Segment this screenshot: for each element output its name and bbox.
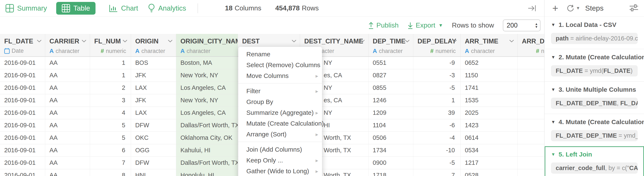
stepper-arrows-icon[interactable]: ▲▼ <box>535 23 538 28</box>
submenu-arrow-icon: ▸ <box>316 155 318 166</box>
cell-arr-time: 1217 <box>460 157 518 169</box>
cell-arr-delay <box>518 132 544 144</box>
column-name: CARRIER <box>50 38 86 45</box>
chevron-down-icon[interactable] <box>37 40 42 43</box>
chevron-down-icon[interactable] <box>509 40 514 43</box>
cell-origin: DFW <box>131 119 176 132</box>
chevron-down-icon[interactable] <box>82 40 86 43</box>
step-title: ▼1. Local Data - CSV <box>551 21 638 28</box>
cell-origin-city-name: Oklahoma City, OK <box>176 132 238 144</box>
column-header-dep-time[interactable]: DEP_TIMEAcharacter <box>368 34 413 56</box>
cell-fl-num: 7 <box>90 157 131 169</box>
step-2[interactable]: ▼2. Mutate (Create Calculation) (1)FL_DA… <box>545 49 644 81</box>
cell-origin-city-name: Los Angeles, CA <box>176 107 238 119</box>
column-header-origin-city-name[interactable]: ORIGIN_CITY_NAMEAcharacter <box>176 34 238 56</box>
numeric-type-icon: # <box>100 48 104 54</box>
menu-item-summarize-aggregate[interactable]: Summarize (Aggregate)▸ <box>238 107 322 118</box>
tab-chart[interactable]: Chart <box>109 2 138 15</box>
menu-item-rename[interactable]: Rename <box>238 49 322 59</box>
menu-item-keep-only[interactable]: Keep Only ...▸ <box>238 155 322 166</box>
column-header-arr-time[interactable]: ARR_TIMEAcharacter <box>460 34 518 56</box>
chevron-down-icon[interactable] <box>405 40 410 43</box>
tab-analytics[interactable]: Analytics <box>148 1 186 15</box>
caret-down-icon[interactable]: ▼ <box>551 22 556 27</box>
cell-arr-delay <box>518 169 544 176</box>
cell-carrier: AA <box>45 107 90 119</box>
submenu-arrow-icon: ▸ <box>316 107 318 118</box>
cell-origin: OGG <box>131 144 176 156</box>
step-summary-pill[interactable]: FL_DATE = ymd(FL_DATE) <box>551 65 638 76</box>
rows-to-show-stepper[interactable]: 200 ▲▼ <box>503 20 540 31</box>
add-step-button[interactable]: + <box>552 4 558 13</box>
cell-fl-num: 8 <box>90 169 131 176</box>
cell-origin-city-name: Honolulu, HI <box>176 169 238 176</box>
cell-carrier: AA <box>45 69 90 81</box>
cell-arr-delay <box>518 57 544 69</box>
tab-table[interactable]: Table <box>56 2 96 15</box>
cell-fl-num: 3 <box>90 94 131 107</box>
column-header-fl-num[interactable]: FL_NUM#numeric <box>90 34 131 56</box>
rows-to-show-label: Rows to show <box>452 21 494 29</box>
chevron-down-icon[interactable] <box>452 40 457 43</box>
column-header-carrier[interactable]: CARRIERAcharacter <box>45 34 90 56</box>
column-name: DEP_DELAY <box>418 38 456 45</box>
cell-fl-date: 2016-09-01 <box>0 144 45 156</box>
chevron-down-icon[interactable] <box>292 40 296 43</box>
dataset-stats: 18Columns 454,878Rows <box>225 4 319 12</box>
menu-item-group-by[interactable]: Group By <box>238 96 322 107</box>
step-summary-pill[interactable]: FL_DATE_DEP_TIME = ymd_hm(F… <box>551 130 638 141</box>
cell-origin: BOS <box>131 57 176 69</box>
publish-button[interactable]: Publish <box>368 21 399 29</box>
column-context-menu: RenameSelect (Remove) Columns▸Move Colum… <box>238 47 322 176</box>
export-label: Export <box>416 21 435 29</box>
column-header-dep-delay[interactable]: DEP_DELAY#numeric <box>413 34 460 56</box>
cell-fl-num: 1 <box>90 69 131 81</box>
cell-origin-city-name: Los Angeles, CA <box>176 82 238 94</box>
cell-carrier: AA <box>45 157 90 169</box>
refresh-button[interactable]: ▼ <box>566 5 580 12</box>
column-type-label: character <box>56 48 80 54</box>
caret-down-icon[interactable]: ▼ <box>551 119 556 125</box>
menu-item-filter[interactable]: Filter▸ <box>238 85 322 96</box>
submenu-arrow-icon: ▸ <box>316 86 318 97</box>
cell-arr-time: 0652 <box>460 57 518 69</box>
cell-carrier: AA <box>45 94 90 107</box>
step-3[interactable]: ▼3. Unite Multiple ColumnsFL_DATE_DEP_TI… <box>545 81 644 114</box>
step-1[interactable]: ▼1. Local Data - CSVpath = airline-delay… <box>545 17 644 49</box>
step-summary-pill[interactable]: carrier_code_full, by = c("CARRIE… <box>551 162 638 174</box>
column-type: Date <box>4 48 41 54</box>
caret-down-icon[interactable]: ▼ <box>551 55 556 60</box>
step-4[interactable]: ▼4. Mutate (Create Calculation) (1)FL_DA… <box>545 114 644 146</box>
menu-item-move-columns[interactable]: Move Columns▸ <box>238 70 322 81</box>
caret-down-icon[interactable]: ▼ <box>551 87 556 92</box>
arrow-to-bar-icon <box>527 4 537 12</box>
menu-item-arrange-sort[interactable]: Arrange (Sort)▸ <box>238 129 322 140</box>
lightbulb-icon <box>148 4 155 13</box>
chevron-down-icon[interactable] <box>360 40 365 43</box>
menu-item-mutate-create-calculation[interactable]: Mutate (Create Calculation) <box>238 118 322 129</box>
column-type-label: numeric <box>436 48 456 54</box>
caret-down-icon[interactable]: ▼ <box>551 152 556 157</box>
cell-arr-delay <box>518 82 544 94</box>
step-5[interactable]: ▼5. Left Joincarrier_code_full, by = c("… <box>545 146 644 176</box>
step-summary-pill[interactable]: path = airline-delay-2016-09.csv <box>551 33 638 44</box>
menu-item-gather-wide-to-long[interactable]: Gather (Wide to Long)▸ <box>238 166 322 176</box>
export-button[interactable]: Export ▼ <box>408 21 443 29</box>
column-type-label: character <box>471 48 495 54</box>
menu-item-join-add-columns[interactable]: Join (Add Columns) <box>238 144 322 155</box>
steps-panel-header: + ▼ Steps <box>545 0 644 17</box>
collapse-steps-panel-button[interactable] <box>527 4 537 12</box>
column-name: DEP_TIME <box>373 38 409 45</box>
step-summary-pill[interactable]: FL_DATE_DEP_TIME, FL_DATE, D… <box>551 98 638 109</box>
menu-item-select-remove-columns[interactable]: Select (Remove) Columns▸ <box>238 59 322 70</box>
column-header-arr-delay[interactable]: ARR_DELAY#numeric <box>518 34 544 56</box>
chevron-down-icon[interactable] <box>230 40 234 43</box>
cell-arr-delay <box>518 107 544 119</box>
tab-summary[interactable]: Summary <box>6 2 47 15</box>
chevron-down-icon[interactable] <box>122 40 128 43</box>
column-header-origin[interactable]: ORIGINAcharacter <box>131 34 176 56</box>
steps-settings-button[interactable] <box>629 4 638 13</box>
column-header-fl-date[interactable]: FL_DATEDate <box>0 34 45 56</box>
cell-dep-delay: -9 <box>413 57 460 69</box>
chevron-down-icon[interactable] <box>168 40 172 43</box>
